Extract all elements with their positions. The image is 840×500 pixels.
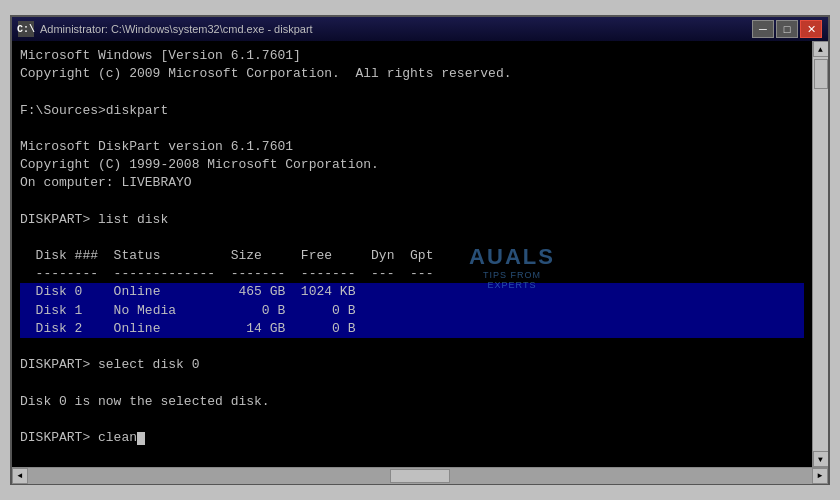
terminal-line: DISKPART> clean	[20, 429, 804, 447]
scroll-thumb[interactable]	[814, 59, 828, 89]
terminal-line	[20, 193, 804, 211]
terminal-body[interactable]: Microsoft Windows [Version 6.1.7601]Copy…	[12, 41, 812, 467]
terminal-line	[20, 229, 804, 247]
vertical-scrollbar[interactable]: ▲ ▼	[812, 41, 828, 467]
terminal-line: On computer: LIVEBRAYO	[20, 174, 804, 192]
terminal-container: Microsoft Windows [Version 6.1.7601]Copy…	[12, 41, 828, 467]
horizontal-scrollbar: ◄ ►	[12, 467, 828, 483]
terminal-line: DISKPART> list disk	[20, 211, 804, 229]
terminal-line	[20, 374, 804, 392]
terminal-line: F:\Sources>diskpart	[20, 102, 804, 120]
terminal-line: Copyright (C) 1999-2008 Microsoft Corpor…	[20, 156, 804, 174]
terminal-line: Copyright (c) 2009 Microsoft Corporation…	[20, 65, 804, 83]
terminal-line	[20, 120, 804, 138]
terminal-line: -------- ------------- ------- ------- -…	[20, 265, 804, 283]
terminal-line: Disk 1 No Media 0 B 0 B	[20, 302, 804, 320]
title-bar-left: C:\ Administrator: C:\Windows\system32\c…	[18, 21, 313, 37]
maximize-button[interactable]: □	[776, 20, 798, 38]
cursor	[137, 432, 145, 445]
terminal-line: Disk ### Status Size Free Dyn Gpt	[20, 247, 804, 265]
window-title: Administrator: C:\Windows\system32\cmd.e…	[40, 23, 313, 35]
terminal-line: Disk 0 Online 465 GB 1024 KB	[20, 283, 804, 301]
title-bar: C:\ Administrator: C:\Windows\system32\c…	[12, 17, 828, 41]
hscroll-thumb[interactable]	[390, 469, 450, 483]
window-controls: ─ □ ✕	[752, 20, 822, 38]
hscroll-track[interactable]	[28, 468, 812, 484]
scroll-right-button[interactable]: ►	[812, 468, 828, 484]
close-button[interactable]: ✕	[800, 20, 822, 38]
terminal-line: Disk 0 is now the selected disk.	[20, 393, 804, 411]
minimize-button[interactable]: ─	[752, 20, 774, 38]
terminal-line: Microsoft DiskPart version 6.1.7601	[20, 138, 804, 156]
terminal-line	[20, 338, 804, 356]
terminal-line: DISKPART> select disk 0	[20, 356, 804, 374]
scroll-left-button[interactable]: ◄	[12, 468, 28, 484]
terminal-line: Disk 2 Online 14 GB 0 B	[20, 320, 804, 338]
terminal-line	[20, 411, 804, 429]
cmd-icon: C:\	[18, 21, 34, 37]
cmd-window: C:\ Administrator: C:\Windows\system32\c…	[10, 15, 830, 485]
terminal-line: Microsoft Windows [Version 6.1.7601]	[20, 47, 804, 65]
scroll-up-button[interactable]: ▲	[813, 41, 829, 57]
scroll-down-button[interactable]: ▼	[813, 451, 829, 467]
terminal-line	[20, 83, 804, 101]
